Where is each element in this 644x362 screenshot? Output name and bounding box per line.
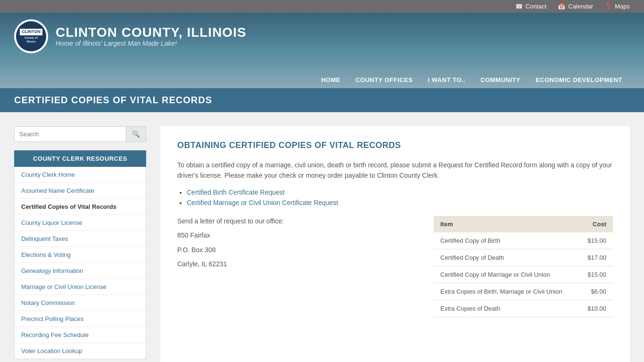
nav-community[interactable]: COMMUNITY xyxy=(473,72,528,88)
table-header-row: Item Cost xyxy=(434,216,613,232)
sidebar-item-certified-copies[interactable]: Certified Copies of Vital Records xyxy=(15,199,146,215)
address-block: Send a letter of request to our office: … xyxy=(177,216,420,273)
content-description: To obtain a certified copy of a marriage… xyxy=(177,160,613,181)
marriage-cert-request-link[interactable]: Certified Marriage or Civil Union Certif… xyxy=(187,199,338,206)
calendar-label: Calendar xyxy=(568,3,593,10)
col-item-header: Item xyxy=(434,216,578,232)
fee-cost-value: $15.00 xyxy=(578,232,613,249)
nav-economic-development[interactable]: ECONOMIC DEVELOPMENT xyxy=(528,72,630,88)
contact-label: Contact xyxy=(526,3,547,10)
sidebar-menu: County Clerk Home Assumed Name Certifica… xyxy=(14,167,146,359)
calendar-link[interactable]: 📅 Calendar xyxy=(558,3,593,10)
maps-link[interactable]: 📍 Maps xyxy=(604,3,630,10)
fee-item-label: Certified Copy of Birth xyxy=(434,232,578,249)
fee-table: Item Cost Certified Copy of Birth $15.00… xyxy=(434,216,613,317)
header-content: CLINTON County ofIllinois CLINTON COUNTY… xyxy=(0,13,644,53)
nav-i-want-to[interactable]: I WANT TO.. xyxy=(421,72,473,88)
sidebar-section-title: COUNTY CLERK RESOURCES xyxy=(14,150,146,167)
main-nav: HOME COUNTY OFFICES I WANT TO.. COMMUNIT… xyxy=(0,72,644,88)
sidebar-item-assumed-name-certificate[interactable]: Assumed Name Certificate xyxy=(15,183,146,199)
birth-cert-request-link[interactable]: Certified Birth Certificate Request xyxy=(187,189,285,196)
table-row: Extra Copies of Birth, Marriage or Civil… xyxy=(434,283,613,300)
logo-subtext: County ofIllinois xyxy=(24,36,39,44)
sidebar-item-voter-location-lookup[interactable]: Voter Location Lookup xyxy=(15,343,146,359)
maps-icon: 📍 xyxy=(604,3,612,10)
nav-home[interactable]: HOME xyxy=(314,72,348,88)
main-content: OBTAINING CERTIFIED COPIES OF VITAL RECO… xyxy=(160,126,630,362)
address-line1: 850 Fairfax xyxy=(177,230,420,240)
sidebar-item-elections-voting[interactable]: Elections & Voting xyxy=(15,247,146,263)
search-button[interactable]: 🔍 xyxy=(126,127,146,141)
main-layout: 🔍 COUNTY CLERK RESOURCES County Clerk Ho… xyxy=(0,112,644,362)
address-line2: P.O. Box 308 xyxy=(177,245,420,255)
table-row: Certified Copy of Birth $15.00 xyxy=(434,232,613,249)
content-heading: OBTAINING CERTIFIED COPIES OF VITAL RECO… xyxy=(177,140,613,150)
sidebar-item-marriage-civil-union[interactable]: Marriage or Civil Union License xyxy=(15,279,146,295)
fee-schedule-table: Item Cost Certified Copy of Birth $15.00… xyxy=(434,216,613,317)
address-line3: Carlyle, IL 62231 xyxy=(177,259,420,269)
sidebar-item-delinquent-taxes[interactable]: Delinquent Taxes xyxy=(15,231,146,247)
logo-text: CLINTON xyxy=(20,29,42,35)
fee-cost-value: $6.00 xyxy=(578,283,613,300)
col-cost-header: Cost xyxy=(578,216,613,232)
sidebar-item-precinct-polling-places[interactable]: Precinct Polling Places xyxy=(15,311,146,327)
logo-circle: CLINTON County ofIllinois xyxy=(14,19,48,53)
sidebar-item-county-liquor-license[interactable]: County Liquor License xyxy=(15,215,146,231)
fee-item-label: Extra Copies of Birth, Marriage or Civil… xyxy=(434,283,578,300)
calendar-icon: 📅 xyxy=(558,3,565,10)
fee-cost-value: $10.00 xyxy=(578,300,613,317)
logo-inner: CLINTON County ofIllinois xyxy=(16,21,46,51)
fee-cost-value: $15.00 xyxy=(578,266,613,283)
phone-icon: ☎ xyxy=(515,3,523,10)
site-subtitle: Home of Illinois' Largest Man Made Lake! xyxy=(56,40,247,47)
sidebar: 🔍 COUNTY CLERK RESOURCES County Clerk Ho… xyxy=(14,126,146,359)
table-row: Certified Copy of Marriage or Civil Unio… xyxy=(434,266,613,283)
site-title: CLINTON COUNTY, ILLINOIS xyxy=(56,25,247,40)
page-title: CERTIFIED COPIES OF VITAL RECORDS xyxy=(14,95,630,106)
hero-header: CLINTON County ofIllinois CLINTON COUNTY… xyxy=(0,13,644,88)
list-item: Certified Birth Certificate Request xyxy=(187,189,613,196)
nav-county-offices[interactable]: COUNTY OFFICES xyxy=(348,72,421,88)
search-input[interactable] xyxy=(15,127,126,141)
fee-item-label: Extra Copies of Death xyxy=(434,300,578,317)
list-item: Certified Marriage or Civil Union Certif… xyxy=(187,199,613,206)
search-box: 🔍 xyxy=(14,126,146,142)
content-links-list: Certified Birth Certificate Request Cert… xyxy=(187,189,613,206)
fee-item-label: Certified Copy of Marriage or Civil Unio… xyxy=(434,266,578,283)
fee-item-label: Certified Copy of Death xyxy=(434,249,578,266)
table-row: Certified Copy of Death $17.00 xyxy=(434,249,613,266)
sidebar-item-county-clerk-home[interactable]: County Clerk Home xyxy=(15,167,146,183)
lower-section: Send a letter of request to our office: … xyxy=(177,216,613,317)
sidebar-item-genealogy-information[interactable]: Genealogy Information xyxy=(15,263,146,279)
sidebar-item-recording-fee-schedule[interactable]: Recording Fee Schedule xyxy=(15,327,146,343)
fee-cost-value: $17.00 xyxy=(578,249,613,266)
page-title-banner: CERTIFIED COPIES OF VITAL RECORDS xyxy=(0,88,644,112)
top-bar: ☎ Contact 📅 Calendar 📍 Maps xyxy=(0,0,644,13)
site-title-block: CLINTON COUNTY, ILLINOIS Home of Illinoi… xyxy=(56,25,247,48)
sidebar-item-notary-commission[interactable]: Notary Commission xyxy=(15,295,146,311)
table-row: Extra Copies of Death $10.00 xyxy=(434,300,613,317)
address-intro: Send a letter of request to our office: xyxy=(177,216,420,226)
maps-label: Maps xyxy=(615,3,630,10)
contact-link[interactable]: ☎ Contact xyxy=(515,3,547,10)
